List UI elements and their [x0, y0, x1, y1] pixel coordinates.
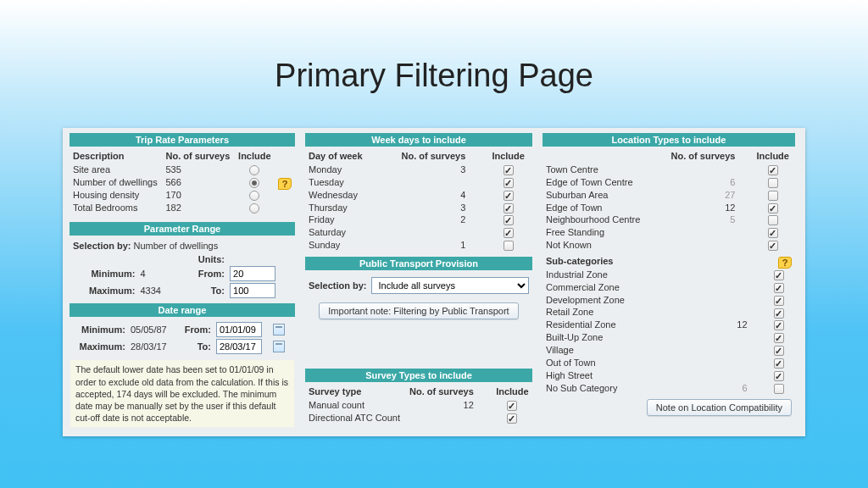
pt-note-button[interactable]: Important note: Filtering by Public Tran… [319, 302, 518, 319]
table-row: Wednesday 4 [305, 189, 532, 202]
include-checkbox[interactable] [774, 296, 784, 306]
column-middle: Week days to include Day of week No. of … [305, 133, 532, 428]
selection-by-label: Selection by: [73, 241, 131, 251]
table-row: Number of dwellings 566 ? [70, 176, 295, 189]
date-to-input[interactable] [216, 339, 262, 354]
day-name: Tuesday [305, 176, 379, 189]
table-row: Tuesday [305, 176, 532, 189]
survey-n [405, 412, 492, 424]
param-desc: Number of dwellings [70, 176, 162, 189]
table-row: Development Zone [542, 294, 795, 307]
day-name: Monday [305, 164, 379, 176]
include-radio[interactable] [249, 203, 259, 214]
sub-categories-header: Sub-categories [546, 256, 613, 266]
include-checkbox[interactable] [768, 203, 778, 214]
include-checkbox[interactable] [768, 165, 778, 175]
loc-n: 12 [657, 202, 751, 214]
table-row: Neighbourhood Centre 5 [542, 214, 795, 226]
include-checkbox[interactable] [774, 384, 784, 394]
column-right: Location Types to include No. of surveys… [542, 133, 795, 428]
include-checkbox[interactable] [774, 308, 784, 319]
include-radio[interactable] [249, 191, 259, 201]
table-row: Edge of Town 12 [542, 202, 795, 214]
include-checkbox[interactable] [504, 191, 514, 201]
col-include: Include [492, 385, 532, 399]
date-note: The default lower date has been set to 0… [70, 359, 295, 428]
include-checkbox[interactable] [768, 215, 778, 225]
include-checkbox[interactable] [774, 358, 784, 369]
location-compat-button[interactable]: Note on Location Compatibility [647, 399, 792, 416]
survey-type: Manual count [305, 399, 405, 412]
loc-n [707, 281, 763, 294]
calendar-icon[interactable] [273, 324, 285, 336]
loc-name: No Sub Category [542, 382, 707, 395]
location-header: Location Types to include [542, 133, 795, 147]
col-survey-type: Survey type [305, 385, 405, 399]
date-min-value: 05/05/87 [131, 324, 173, 335]
help-icon[interactable]: ? [278, 178, 292, 190]
include-checkbox[interactable] [774, 270, 784, 280]
col-include: Include [235, 150, 275, 164]
include-checkbox[interactable] [504, 228, 514, 238]
date-range-header: Date range [70, 303, 295, 317]
day-n: 3 [379, 164, 484, 176]
param-n: 170 [162, 189, 234, 202]
loc-n: 6 [657, 176, 751, 189]
loc-name: Neighbourhood Centre [542, 214, 657, 226]
location-table: No. of surveys Include Town Centre Edge … [542, 150, 795, 252]
range-to-input[interactable] [230, 283, 275, 298]
range-from-input[interactable] [230, 266, 275, 281]
loc-name: Not Known [542, 239, 657, 252]
include-checkbox[interactable] [504, 165, 514, 175]
calendar-icon[interactable] [273, 341, 285, 352]
date-from-input[interactable] [216, 322, 262, 337]
col-surveys: No. of surveys [657, 150, 751, 164]
include-checkbox[interactable] [768, 178, 778, 188]
include-radio[interactable] [249, 178, 259, 188]
include-checkbox[interactable] [768, 228, 778, 238]
min-value: 4 [140, 269, 176, 279]
include-checkbox[interactable] [768, 191, 778, 201]
table-row: Saturday [305, 226, 532, 239]
help-icon[interactable]: ? [778, 257, 792, 269]
include-checkbox[interactable] [774, 333, 784, 343]
include-checkbox[interactable] [774, 283, 784, 293]
include-checkbox[interactable] [504, 178, 514, 188]
weekdays-header: Week days to include [305, 133, 532, 147]
include-checkbox[interactable] [774, 320, 784, 330]
table-row: Site area 535 [70, 164, 295, 176]
param-range-header: Parameter Range [70, 222, 295, 236]
include-checkbox[interactable] [774, 346, 784, 356]
include-checkbox[interactable] [504, 241, 514, 251]
include-checkbox[interactable] [768, 241, 778, 251]
table-row: Industrial Zone [542, 269, 795, 281]
col-surveys: No. of surveys [162, 150, 234, 164]
loc-n [707, 369, 763, 382]
day-n: 1 [379, 239, 484, 252]
col-day: Day of week [305, 150, 379, 164]
table-row: Not Known [542, 239, 795, 252]
pt-select[interactable]: Include all surveys [371, 277, 529, 294]
include-radio[interactable] [249, 165, 259, 175]
loc-name: Edge of Town Centre [542, 176, 657, 189]
table-row: Monday 3 [305, 164, 532, 176]
include-checkbox[interactable] [504, 215, 514, 225]
filter-panel: Trip Rate Parameters Description No. of … [63, 128, 805, 436]
loc-n [657, 164, 751, 176]
include-checkbox[interactable] [507, 401, 517, 411]
include-checkbox[interactable] [507, 413, 517, 424]
table-row: Housing density 170 [70, 189, 295, 202]
loc-n: 5 [657, 214, 751, 226]
day-n [379, 176, 484, 189]
day-name: Friday [305, 214, 379, 226]
table-row: Manual count 12 [305, 399, 532, 412]
date-to-label: To: [178, 341, 211, 352]
table-row: Retail Zone [542, 306, 795, 319]
include-checkbox[interactable] [774, 371, 784, 381]
loc-n [707, 294, 763, 307]
table-row: Edge of Town Centre 6 [542, 176, 795, 189]
loc-name: Development Zone [542, 294, 707, 307]
include-checkbox[interactable] [504, 203, 514, 214]
units-label: Units: [182, 254, 225, 264]
loc-n [657, 239, 751, 252]
